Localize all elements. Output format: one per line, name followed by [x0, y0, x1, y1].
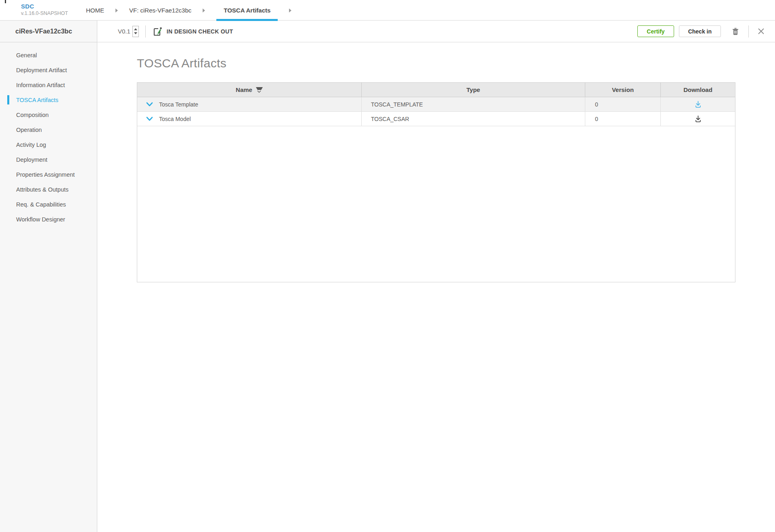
- chevron-down-icon[interactable]: [146, 102, 153, 107]
- sidebar-item-composition[interactable]: Composition: [0, 107, 97, 122]
- artifact-name-cell: Tosca Template: [137, 97, 362, 111]
- breadcrumb-tosca-artifacts[interactable]: TOSCA Artifacts: [216, 0, 278, 21]
- tosca-artifacts-table: Name Type Version Download: [137, 82, 735, 282]
- sidebar-item-properties-assignment[interactable]: Properties Assignment: [0, 167, 97, 182]
- breadcrumb-separator-icon: [115, 8, 118, 13]
- column-header-download: Download: [661, 83, 735, 97]
- sidebar-item-deployment[interactable]: Deployment: [0, 152, 97, 167]
- sidebar-item-attributes-outputs[interactable]: Attributes & Outputs: [0, 182, 97, 197]
- checkin-button[interactable]: Check in: [679, 25, 721, 37]
- download-cell: [661, 112, 735, 126]
- logo-title: SDC: [21, 3, 68, 10]
- breadcrumb-vf[interactable]: VF: ciRes-VFae12c3bc: [129, 0, 191, 21]
- artifact-version: 0: [585, 97, 661, 111]
- main-area: V0.1 IN DESIGN CHECK OUT Certi: [97, 21, 775, 532]
- sort-icon[interactable]: [256, 87, 263, 93]
- artifact-version: 0: [585, 112, 661, 126]
- sidebar-nav: General Deployment Artifact Information …: [0, 42, 97, 227]
- toolbar: V0.1 IN DESIGN CHECK OUT Certi: [97, 21, 775, 42]
- top-header: SDC v.1.16.0-SNAPSHOT HOME VF: ciRes-VFa…: [0, 0, 775, 21]
- breadcrumb: HOME VF: ciRes-VFae12c3bc TOSCA Artifact…: [86, 0, 303, 21]
- sidebar-item-information-artifact[interactable]: Information Artifact: [0, 77, 97, 92]
- column-header-name: Name: [137, 83, 362, 97]
- artifact-name-cell: Tosca Model: [137, 112, 362, 126]
- breadcrumb-separator-icon: [203, 8, 205, 13]
- version-label: V0.1: [118, 28, 130, 35]
- page-title: TOSCA Artifacts: [137, 56, 775, 70]
- content: TOSCA Artifacts Name Type Versio: [97, 42, 775, 282]
- logo-version: v.1.16.0-SNAPSHOT: [21, 10, 68, 17]
- sidebar-item-deployment-artifact[interactable]: Deployment Artifact: [0, 63, 97, 77]
- download-cell: [661, 97, 735, 111]
- sidebar-item-req-capabilities[interactable]: Req. & Capabilities: [0, 197, 97, 212]
- corner-mark: [5, 0, 6, 3]
- close-icon: [758, 28, 765, 35]
- sidebar: ciRes-VFae12c3bc General Deployment Arti…: [0, 21, 97, 532]
- certify-button[interactable]: Certify: [637, 25, 674, 37]
- sidebar-item-general[interactable]: General: [0, 48, 97, 63]
- column-header-version: Version: [585, 83, 661, 97]
- breadcrumb-home[interactable]: HOME: [86, 0, 104, 21]
- version-selector[interactable]: V0.1: [118, 26, 139, 37]
- toolbar-divider: [748, 25, 749, 38]
- lifecycle-status: IN DESIGN CHECK OUT: [152, 26, 233, 37]
- download-button[interactable]: [693, 115, 703, 123]
- trash-icon: [731, 27, 739, 36]
- status-text: IN DESIGN CHECK OUT: [167, 28, 233, 35]
- sidebar-item-workflow-designer[interactable]: Workflow Designer: [0, 212, 97, 227]
- sdc-logo: SDC v.1.16.0-SNAPSHOT: [21, 3, 68, 17]
- sidebar-item-activity-log[interactable]: Activity Log: [0, 137, 97, 152]
- table-header-row: Name Type Version Download: [137, 83, 735, 97]
- table-row: Tosca Template TOSCA_TEMPLATE 0: [137, 97, 735, 112]
- table-row: Tosca Model TOSCA_CSAR 0: [137, 112, 735, 126]
- toolbar-divider: [145, 25, 146, 38]
- download-button[interactable]: [693, 100, 703, 109]
- download-icon: [694, 115, 702, 123]
- artifact-name: Tosca Template: [159, 101, 198, 108]
- sidebar-item-tosca-artifacts[interactable]: TOSCA Artifacts: [0, 92, 97, 107]
- column-header-type: Type: [362, 83, 585, 97]
- checkout-icon: [152, 26, 163, 37]
- delete-button[interactable]: [731, 27, 739, 36]
- sdc-app: SDC v.1.16.0-SNAPSHOT HOME VF: ciRes-VFa…: [0, 0, 775, 532]
- close-button[interactable]: [758, 28, 765, 35]
- artifact-type: TOSCA_CSAR: [362, 112, 585, 126]
- artifact-name: Tosca Model: [159, 116, 191, 122]
- version-spinner-icon[interactable]: [132, 26, 139, 37]
- sidebar-item-operation[interactable]: Operation: [0, 122, 97, 137]
- component-name: ciRes-VFae12c3bc: [0, 21, 97, 42]
- artifact-type: TOSCA_TEMPLATE: [362, 97, 585, 111]
- download-icon: [694, 101, 702, 108]
- chevron-down-icon[interactable]: [146, 117, 153, 121]
- breadcrumb-separator-icon: [289, 8, 291, 13]
